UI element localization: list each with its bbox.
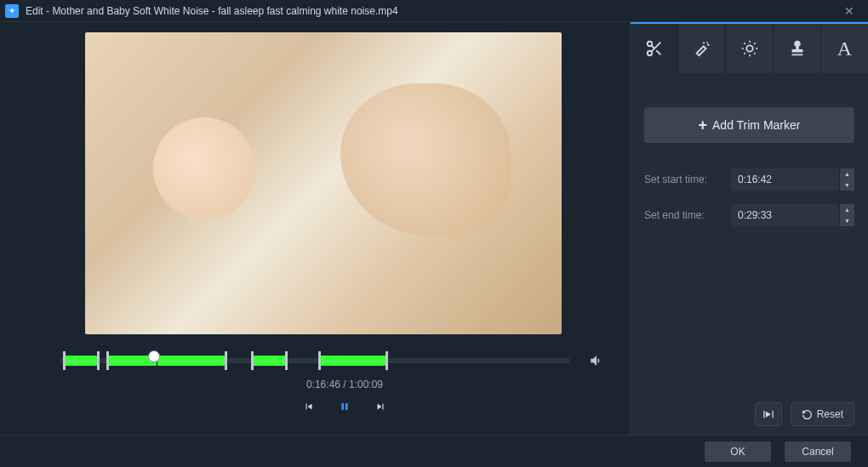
svg-line-4 bbox=[651, 45, 654, 48]
start-time-field[interactable]: 0:16:42 ▲ ▼ bbox=[731, 168, 854, 191]
play-bracket-icon bbox=[762, 409, 774, 419]
tab-trim[interactable] bbox=[631, 24, 678, 73]
svg-point-0 bbox=[647, 42, 652, 47]
title-filename: Mother and Baby Soft White Noise - fall … bbox=[52, 5, 397, 17]
trim-marker[interactable] bbox=[251, 351, 254, 370]
text-icon: A bbox=[837, 37, 852, 60]
pause-button[interactable] bbox=[339, 401, 351, 413]
playhead[interactable] bbox=[148, 350, 160, 362]
secondary-actions: Reset bbox=[631, 402, 868, 426]
total-time: 1:00:09 bbox=[349, 379, 383, 390]
titlebar: ✦ Edit - Mother and Baby Soft White Nois… bbox=[0, 0, 868, 22]
title-prefix: Edit bbox=[26, 5, 43, 17]
close-icon[interactable]: ✕ bbox=[836, 4, 863, 18]
trim-segment[interactable] bbox=[157, 356, 225, 366]
reset-label: Reset bbox=[817, 408, 843, 420]
trim-panel: + Add Trim Marker Set start time: 0:16:4… bbox=[631, 73, 868, 402]
end-time-value: 0:29:33 bbox=[731, 209, 779, 221]
brightness-icon bbox=[740, 39, 759, 58]
tab-adjust[interactable] bbox=[726, 24, 774, 73]
footer: OK Cancel bbox=[0, 435, 868, 467]
spinner-up[interactable]: ▲ bbox=[840, 204, 854, 215]
svg-point-1 bbox=[647, 51, 652, 56]
play-section-button[interactable] bbox=[755, 402, 782, 426]
play-controls bbox=[85, 401, 604, 413]
end-time-label: Set end time: bbox=[644, 209, 721, 221]
current-time: 0:16:46 bbox=[306, 379, 340, 390]
start-time-label: Set start time: bbox=[644, 174, 721, 185]
trim-marker[interactable] bbox=[63, 351, 66, 370]
time-display: 0:16:46 / 1:00:09 bbox=[85, 379, 604, 390]
trim-segment[interactable] bbox=[251, 356, 285, 366]
end-time-row: Set end time: 0:29:33 ▲ ▼ bbox=[644, 204, 854, 226]
right-panel: A + Add Trim Marker Set start time: 0:16… bbox=[630, 22, 868, 435]
start-time-value: 0:16:42 bbox=[731, 174, 779, 185]
trim-marker[interactable] bbox=[385, 351, 388, 370]
svg-point-5 bbox=[746, 45, 752, 51]
spinner-down[interactable]: ▼ bbox=[840, 215, 854, 226]
tab-watermark[interactable] bbox=[774, 24, 821, 73]
start-time-row: Set start time: 0:16:42 ▲ ▼ bbox=[644, 168, 854, 191]
timeline[interactable] bbox=[60, 353, 604, 370]
svg-line-9 bbox=[754, 53, 755, 54]
trim-marker[interactable] bbox=[318, 351, 321, 370]
trim-marker[interactable] bbox=[106, 351, 109, 370]
plus-icon: + bbox=[699, 117, 708, 134]
ok-button[interactable]: OK bbox=[705, 441, 771, 462]
svg-line-8 bbox=[744, 43, 745, 43]
scissors-icon bbox=[645, 39, 664, 58]
app-icon: ✦ bbox=[5, 4, 19, 18]
spinner-down[interactable]: ▼ bbox=[840, 179, 854, 191]
stamp-icon bbox=[788, 39, 807, 58]
window-title: Edit - Mother and Baby Soft White Noise … bbox=[26, 5, 836, 17]
svg-line-13 bbox=[754, 43, 755, 43]
tab-effects[interactable] bbox=[678, 24, 726, 73]
reset-button[interactable]: Reset bbox=[791, 402, 854, 426]
trim-marker[interactable] bbox=[225, 351, 227, 370]
next-frame-button[interactable] bbox=[374, 401, 386, 413]
trim-marker[interactable] bbox=[97, 351, 100, 370]
main-area: 0:16:46 / 1:00:09 bbox=[0, 22, 868, 435]
reset-icon bbox=[802, 409, 813, 420]
left-panel: 0:16:46 / 1:00:09 bbox=[0, 22, 630, 435]
svg-line-3 bbox=[656, 50, 660, 54]
start-time-spinner: ▲ ▼ bbox=[839, 168, 854, 191]
add-trim-marker-button[interactable]: + Add Trim Marker bbox=[644, 107, 854, 143]
spinner-up[interactable]: ▲ bbox=[840, 168, 854, 179]
volume-icon[interactable] bbox=[589, 353, 604, 368]
prev-frame-button[interactable] bbox=[303, 401, 315, 413]
cancel-button[interactable]: Cancel bbox=[785, 441, 851, 462]
tab-text[interactable]: A bbox=[821, 24, 868, 73]
trim-marker[interactable] bbox=[285, 351, 288, 370]
magic-wand-icon bbox=[693, 39, 711, 58]
end-time-field[interactable]: 0:29:33 ▲ ▼ bbox=[731, 204, 854, 226]
tool-tabs: A bbox=[631, 22, 868, 73]
end-time-spinner: ▲ ▼ bbox=[839, 204, 854, 226]
video-preview[interactable] bbox=[85, 32, 562, 334]
trim-segment[interactable] bbox=[318, 356, 385, 366]
trim-segment[interactable] bbox=[63, 356, 97, 366]
svg-line-12 bbox=[744, 53, 745, 54]
add-trim-marker-label: Add Trim Marker bbox=[712, 118, 800, 132]
